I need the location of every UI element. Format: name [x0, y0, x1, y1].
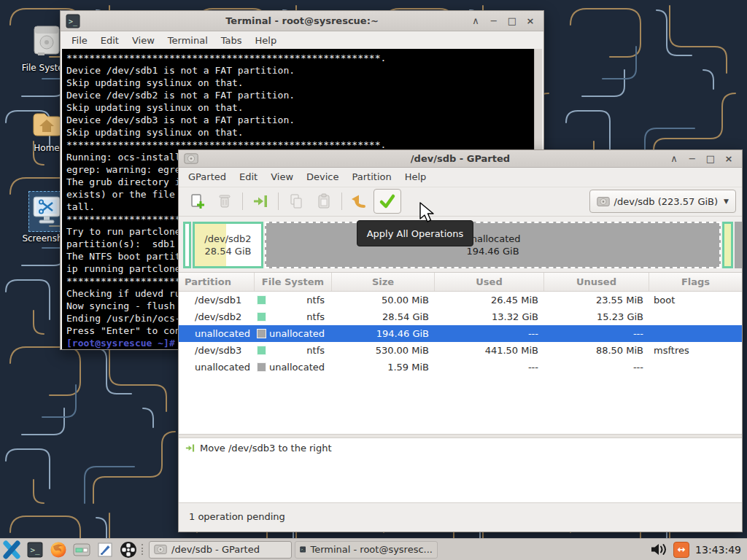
disk-icon — [597, 196, 610, 207]
paste-button[interactable] — [310, 189, 338, 214]
table-row-sdb1[interactable]: /dev/sdb1 ntfs 50.00 MiB 26.45 MiB 23.55… — [179, 292, 742, 308]
menu-terminal[interactable]: Terminal — [161, 35, 214, 46]
apply-check-icon — [378, 192, 397, 211]
menu-edit[interactable]: Edit — [233, 171, 264, 182]
gparted-icon — [154, 544, 167, 555]
svg-text:>_: >_ — [30, 545, 40, 555]
gparted-toolbar: /dev/sdb (223.57 GiB) ▼ — [179, 187, 742, 217]
firefox-launcher[interactable] — [47, 540, 70, 560]
svg-text:>_: >_ — [301, 548, 306, 551]
shell-prompt: [root@sysrescue ~]# — [66, 338, 181, 349]
delete-partition-button[interactable] — [211, 189, 239, 214]
resize-move-button[interactable] — [247, 189, 274, 214]
toolbar-separator — [341, 192, 342, 210]
partition-table-header: Partition File System Size Used Unused F… — [179, 273, 742, 292]
bar-segment-unallocated-small[interactable] — [735, 222, 742, 268]
copy-icon — [287, 192, 305, 210]
segment-label: /dev/sdb2 — [204, 233, 251, 245]
column-header-used[interactable]: Used — [435, 273, 544, 291]
column-header-unused[interactable]: Unused — [544, 273, 649, 291]
table-row-unallocated-small[interactable]: unallocated unallocated 1.59 MiB --- --- — [179, 359, 742, 376]
resize-move-icon — [252, 192, 269, 210]
fs-color-swatch — [257, 295, 266, 305]
menu-help[interactable]: Help — [249, 35, 284, 46]
minimize-button[interactable]: − — [686, 153, 698, 164]
operation-item[interactable]: Move /dev/sdb3 to the right — [185, 443, 736, 454]
menu-help[interactable]: Help — [398, 171, 433, 182]
menu-edit[interactable]: Edit — [94, 35, 125, 46]
gparted-window: /dev/sdb - GParted ∧ − □ × GParted Edit … — [178, 149, 743, 532]
sysrescue-logo-icon — [2, 540, 21, 559]
table-empty-area — [179, 376, 742, 434]
text-editor-launcher[interactable] — [93, 540, 117, 560]
taskbar-clock: 13:43:49 — [695, 544, 741, 556]
table-row-sdb2[interactable]: /dev/sdb2 ntfs 28.54 GiB 13.32 GiB 15.23… — [179, 308, 742, 325]
gparted-icon — [73, 542, 90, 557]
trash-icon — [216, 192, 233, 210]
segment-size: 28.54 GiB — [205, 245, 252, 257]
menu-tabs[interactable]: Tabs — [214, 35, 249, 46]
paste-icon — [315, 192, 333, 210]
screenshot-tool-icon — [31, 193, 63, 227]
bar-segment-unallocated[interactable]: unallocated 194.46 GiB — [265, 222, 721, 268]
shade-button[interactable]: ∧ — [470, 15, 481, 26]
device-selector[interactable]: /dev/sdb (223.57 GiB) ▼ — [589, 190, 736, 213]
task-label: Terminal - root@sysresc... — [310, 544, 433, 555]
fs-color-swatch — [257, 329, 266, 338]
shade-button[interactable]: ∧ — [668, 153, 680, 164]
taskbar-task-gparted[interactable]: /dev/sdb - GParted — [149, 541, 292, 559]
device-selector-value: /dev/sdb (223.57 GiB) — [614, 196, 718, 207]
firefox-icon — [50, 541, 67, 559]
segment-size: 194.46 GiB — [466, 245, 519, 257]
new-partition-button[interactable] — [183, 189, 211, 214]
gparted-titlebar[interactable]: /dev/sdb - GParted ∧ − □ × — [179, 150, 742, 168]
column-header-size[interactable]: Size — [332, 273, 435, 291]
minimize-button[interactable]: − — [488, 15, 500, 26]
terminal-titlebar[interactable]: >_ Terminal - root@sysrescue:~ ∧ − □ × — [61, 11, 543, 31]
applications-menu-button[interactable] — [0, 540, 23, 560]
table-row-unallocated-selected[interactable]: unallocated unallocated 194.46 GiB --- -… — [179, 325, 742, 342]
menu-partition[interactable]: Partition — [346, 171, 398, 182]
menu-view[interactable]: View — [264, 171, 300, 182]
mouse-cursor — [419, 202, 435, 224]
bar-segment-sdb2[interactable]: /dev/sdb2 28.54 GiB — [193, 222, 263, 268]
panel-grip[interactable] — [142, 544, 146, 555]
gparted-launcher[interactable] — [70, 540, 93, 560]
home-folder-icon — [31, 111, 62, 137]
terminal-menubar: File Edit View Terminal Tabs Help — [61, 31, 543, 49]
gparted-menubar: GParted Edit View Device Partition Help — [179, 168, 742, 187]
maximize-button[interactable]: □ — [705, 153, 716, 164]
apply-tooltip: Apply All Operations — [357, 220, 473, 246]
maximize-button[interactable]: □ — [506, 15, 518, 26]
close-button[interactable]: × — [525, 15, 536, 26]
chevron-down-icon: ▼ — [724, 198, 729, 205]
menu-view[interactable]: View — [125, 35, 161, 46]
media-player-launcher[interactable] — [117, 540, 140, 560]
column-header-flags[interactable]: Flags — [649, 273, 742, 291]
new-partition-icon — [188, 192, 206, 210]
column-header-filesystem[interactable]: File System — [255, 273, 332, 291]
taskbar: >_ /dev/sdb — [0, 538, 747, 560]
menu-device[interactable]: Device — [300, 171, 345, 182]
taskbar-task-terminal[interactable]: >_ Terminal - root@sysresc... — [295, 541, 438, 559]
copy-button[interactable] — [282, 189, 310, 214]
task-label: /dev/sdb - GParted — [171, 544, 260, 555]
editor-icon — [97, 542, 113, 558]
bar-segment-sdb3[interactable] — [722, 222, 733, 268]
operation-text: Move /dev/sdb3 to the right — [200, 443, 332, 454]
network-tray-icon[interactable]: ↔ — [673, 542, 689, 558]
bar-segment-sdb1[interactable] — [183, 222, 191, 268]
terminal-launcher[interactable]: >_ — [23, 540, 47, 560]
fs-color-swatch — [257, 312, 266, 322]
menu-gparted[interactable]: GParted — [182, 171, 233, 182]
undo-button[interactable] — [346, 189, 374, 214]
close-button[interactable]: × — [723, 153, 735, 164]
partition-table: Partition File System Size Used Unused F… — [179, 273, 742, 434]
apply-all-operations-button[interactable] — [374, 189, 401, 214]
toolbar-separator — [278, 192, 279, 210]
volume-icon[interactable] — [650, 542, 667, 556]
table-row-sdb3[interactable]: /dev/sdb3 ntfs 530.00 MiB 441.50 MiB 88.… — [179, 342, 742, 359]
column-header-partition[interactable]: Partition — [179, 273, 255, 291]
menu-file[interactable]: File — [65, 35, 94, 46]
toolbar-separator — [242, 192, 243, 210]
